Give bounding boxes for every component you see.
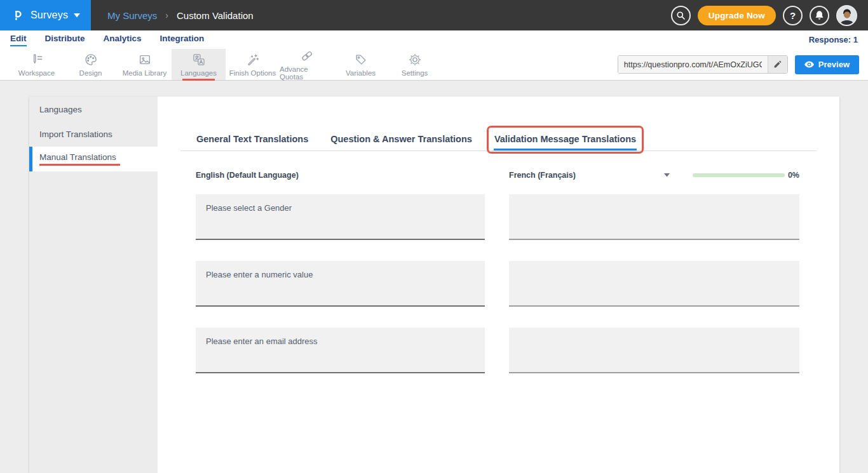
caret-down-icon [664,173,670,177]
translations-sidebar: Languages Import Translations Manual Tra… [29,97,158,473]
pencil-icon [773,60,782,69]
top-header: Surveys My Surveys › Custom Validation U… [0,0,868,30]
question-mark-icon: ? [790,10,796,21]
chevron-down-icon [74,13,80,18]
toolbar-item-settings[interactable]: Settings [388,49,442,80]
search-button[interactable] [671,6,691,25]
translation-row: Please select a Gender [196,194,817,240]
search-icon [676,11,686,20]
sidebar-item-manual-translations[interactable]: Manual Translations [29,147,158,171]
toolbar-item-workspace[interactable]: Workspace [10,49,64,80]
breadcrumb-separator: › [165,10,168,20]
variables-icon [354,53,368,67]
toolbar-item-variables[interactable]: Variables [334,49,388,80]
workspace-icon [30,53,44,67]
survey-url-input[interactable] [618,56,768,73]
translation-tabs: General Text Translations Question & Ans… [180,128,817,151]
breadcrumb: My Surveys › Custom Validation [107,10,254,21]
eye-icon [804,61,814,68]
target-language-value: French (Français) [509,171,576,180]
target-text-box[interactable] [509,261,799,307]
breadcrumb-my-surveys[interactable]: My Surveys [107,10,157,21]
source-text-box: Please select a Gender [196,194,485,240]
settings-icon [408,53,422,67]
toolbar-item-advance-quotas[interactable]: Advance Quotas [280,49,334,80]
source-text-box: Please enter an email address [196,328,485,373]
target-text-box[interactable] [509,194,799,240]
toolbar-item-languages[interactable]: Languages [172,49,226,80]
tab-question-answer-translations[interactable]: Question & Answer Translations [330,128,473,150]
toolbar-item-finish-options[interactable]: Finish Options [226,49,280,80]
source-text-box: Please enter a numeric value [196,261,485,307]
response-count[interactable]: Response: 1 [809,35,858,44]
nav-tab-distribute[interactable]: Distribute [45,34,85,46]
toolbar-item-media-library[interactable]: Media Library [118,49,172,80]
avatar[interactable] [836,5,857,26]
breadcrumb-current-survey: Custom Validation [177,10,254,21]
toolbar-item-design[interactable]: Design [64,49,118,80]
preview-button[interactable]: Preview [795,55,859,74]
product-switcher[interactable]: Surveys [0,0,91,30]
edit-toolbar: Workspace Design Media Library [0,49,868,81]
translation-progress-percent: 0% [788,171,799,180]
translation-row: Please enter an email address [196,328,817,373]
survey-section-nav: Edit Distribute Analytics Integration Re… [0,30,868,49]
edit-url-button[interactable] [768,56,787,73]
target-language-select[interactable]: French (Français) [509,171,670,180]
survey-url-field [618,55,788,74]
annotation-underline-manual-translations [39,164,120,166]
bell-icon [815,10,824,20]
questionpro-logo-icon [11,8,25,23]
translations-panel: Languages Import Translations Manual Tra… [29,97,839,473]
help-button[interactable]: ? [783,6,803,25]
finish-options-icon [246,53,260,67]
design-icon [84,53,98,67]
translation-row: Please enter a numeric value [196,261,817,307]
languages-icon [192,53,206,67]
page-background: Languages Import Translations Manual Tra… [0,81,868,473]
notifications-button[interactable] [810,6,829,25]
upgrade-now-button[interactable]: Upgrade Now [698,6,776,25]
manual-translations-content: General Text Translations Question & Ans… [158,97,839,473]
product-name: Surveys [31,10,68,21]
advance-quotas-icon [300,49,314,63]
media-library-icon [138,53,152,67]
translation-rows: Please select a Gender Please enter a nu… [180,194,817,373]
language-header-row: English (Default Language) French (Franç… [180,171,817,180]
nav-tab-analytics[interactable]: Analytics [104,34,142,46]
target-text-box[interactable] [509,328,799,373]
sidebar-item-languages[interactable]: Languages [29,97,158,122]
tab-general-text-translations[interactable]: General Text Translations [196,128,309,150]
nav-tab-edit[interactable]: Edit [10,34,27,46]
translation-progress-bar [693,173,785,177]
tab-validation-message-translations[interactable]: Validation Message Translations [494,128,637,150]
nav-tab-integration[interactable]: Integration [160,34,205,46]
sidebar-item-import-translations[interactable]: Import Translations [29,122,158,147]
source-language-label: English (Default Language) [196,171,485,180]
